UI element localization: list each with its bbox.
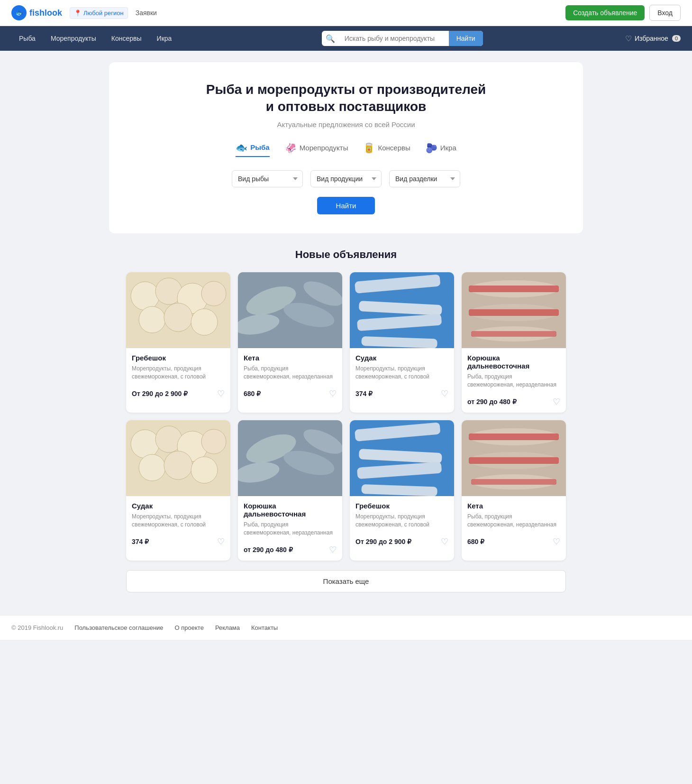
region-button[interactable]: 📍 Любой регион xyxy=(70,7,128,19)
show-more-button[interactable]: Показать еще xyxy=(126,570,566,592)
card-body: Кета Рыба, продукция свежемороженая, нер… xyxy=(462,496,566,553)
card-price: от 290 до 480 ₽ xyxy=(244,546,293,553)
listing-card[interactable]: Корюшка дальневосточная Рыба, продукция … xyxy=(462,272,566,413)
filter-fish-type[interactable]: Вид рыбы xyxy=(232,170,303,187)
footer-link-agreement[interactable]: Пользовательское соглашение xyxy=(74,624,163,631)
listing-card[interactable]: Судак Морепродукты, продукция свежеморож… xyxy=(126,420,230,561)
favorite-icon[interactable]: ♡ xyxy=(329,388,337,399)
footer-link-about[interactable]: О проекте xyxy=(175,624,204,631)
listing-card[interactable]: Гребешок Морепродукты, продукция свежемо… xyxy=(126,272,230,413)
hero-tab-caviar[interactable]: 🫐 Икра xyxy=(426,142,456,157)
card-title: Корюшка дальневосточная xyxy=(244,502,337,518)
svg-rect-49 xyxy=(471,479,556,485)
card-title: Корюшка дальневосточная xyxy=(467,354,560,370)
logo[interactable]: 🐟 fishlook xyxy=(11,5,62,20)
hero-title: Рыба и морепродукты от производителей и … xyxy=(137,81,555,116)
nav-requests[interactable]: Заявки xyxy=(136,9,157,17)
nav-item-canned[interactable]: Консервы xyxy=(104,28,149,49)
svg-point-6 xyxy=(164,303,192,332)
card-image xyxy=(462,272,566,348)
create-listing-button[interactable]: Создать объявление xyxy=(565,5,645,20)
card-description: Рыба, продукция свежемороженая, нераздел… xyxy=(467,513,560,530)
nav-item-fish[interactable]: Рыба xyxy=(11,28,43,49)
region-label: Любой регион xyxy=(83,9,124,17)
card-image xyxy=(126,272,230,348)
card-title: Кета xyxy=(467,502,560,510)
search-button[interactable]: Найти xyxy=(449,31,483,46)
listing-card[interactable]: Корюшка дальневосточная Рыба, продукция … xyxy=(238,420,342,561)
svg-rect-22 xyxy=(469,309,559,316)
hero-search-button[interactable]: Найти xyxy=(317,197,375,214)
card-price: 374 ₽ xyxy=(132,538,149,545)
favorite-icon[interactable]: ♡ xyxy=(441,536,448,547)
card-title: Кета xyxy=(244,354,337,362)
caviar-tab-label: Икра xyxy=(440,144,456,152)
location-icon: 📍 xyxy=(74,9,82,17)
listing-card[interactable]: Судак Морепродукты, продукция свежеморож… xyxy=(350,272,454,413)
favorites-count: 0 xyxy=(672,35,681,42)
card-footer: От 290 до 2 900 ₽ ♡ xyxy=(132,388,225,399)
filter-product-type[interactable]: Вид продукции xyxy=(310,170,382,187)
listings-title: Новые объявления xyxy=(126,249,566,261)
card-body: Кета Рыба, продукция свежемороженая, нер… xyxy=(238,348,342,405)
login-button[interactable]: Вход xyxy=(649,5,681,21)
card-image xyxy=(238,272,342,348)
card-footer: От 290 до 2 900 ₽ ♡ xyxy=(355,536,448,547)
favorite-icon[interactable]: ♡ xyxy=(553,536,560,547)
favorite-icon[interactable]: ♡ xyxy=(441,388,448,399)
nav-favorites[interactable]: ♡ Избранное 0 xyxy=(625,34,681,43)
svg-point-4 xyxy=(201,281,226,306)
favorite-icon[interactable]: ♡ xyxy=(553,397,560,407)
card-image xyxy=(126,420,230,496)
card-footer: 374 ₽ ♡ xyxy=(132,536,225,547)
fish-tab-icon: 🐟 xyxy=(236,142,247,153)
seafood-tab-icon: 🦑 xyxy=(285,142,297,154)
card-description: Морепродукты, продукция свежемороженая, … xyxy=(132,365,225,382)
card-footer: от 290 до 480 ₽ ♡ xyxy=(467,397,560,407)
card-description: Морепродукты, продукция свежемороженая, … xyxy=(355,365,448,382)
heart-icon: ♡ xyxy=(625,34,632,43)
search-icon: 🔍 xyxy=(322,34,339,43)
hero-filters: Вид рыбы Вид продукции Вид разделки xyxy=(137,170,555,187)
hero-tab-fish[interactable]: 🐟 Рыба xyxy=(236,142,269,157)
favorite-icon[interactable]: ♡ xyxy=(329,544,337,555)
listings-section: Новые объявления Гребешок Морепродукты, … xyxy=(118,249,574,561)
card-image xyxy=(238,420,342,496)
footer-link-ads[interactable]: Реклама xyxy=(215,624,240,631)
listing-card[interactable]: Гребешок Морепродукты, продукция свежемо… xyxy=(350,420,454,561)
seafood-tab-label: Морепродукты xyxy=(300,144,348,152)
favorite-icon[interactable]: ♡ xyxy=(217,536,225,547)
card-footer: 680 ₽ ♡ xyxy=(244,388,337,399)
footer-link-contacts[interactable]: Контакты xyxy=(251,624,278,631)
nav-item-seafood[interactable]: Морепродукты xyxy=(43,28,104,49)
listing-card[interactable]: Кета Рыба, продукция свежемороженая, нер… xyxy=(238,272,342,413)
favorite-icon[interactable]: ♡ xyxy=(217,388,225,399)
favorites-label: Избранное xyxy=(635,35,668,42)
filter-cut-type[interactable]: Вид разделки xyxy=(389,170,460,187)
svg-point-31 xyxy=(164,451,192,480)
card-body: Гребешок Морепродукты, продукция свежемо… xyxy=(126,348,230,405)
card-body: Корюшка дальневосточная Рыба, продукция … xyxy=(238,496,342,561)
footer: © 2019 Fishlook.ru Пользовательское согл… xyxy=(0,615,692,640)
svg-rect-45 xyxy=(469,434,559,440)
card-price: от 290 до 480 ₽ xyxy=(467,398,517,406)
listings-grid: Гребешок Морепродукты, продукция свежемо… xyxy=(126,272,566,561)
hero-tab-seafood[interactable]: 🦑 Морепродукты xyxy=(285,142,348,157)
canned-tab-icon: 🥫 xyxy=(363,142,375,154)
svg-point-5 xyxy=(139,306,165,333)
card-price: От 290 до 2 900 ₽ xyxy=(355,538,411,545)
search-input[interactable] xyxy=(339,31,449,46)
listing-card[interactable]: Кета Рыба, продукция свежемороженая, нер… xyxy=(462,420,566,561)
hero-tab-canned[interactable]: 🥫 Консервы xyxy=(363,142,410,157)
nav-item-caviar[interactable]: Икра xyxy=(149,28,180,49)
logo-icon: 🐟 xyxy=(11,5,27,20)
card-footer: 374 ₽ ♡ xyxy=(355,388,448,399)
card-image xyxy=(350,272,454,348)
svg-point-32 xyxy=(191,457,218,483)
footer-copyright: © 2019 Fishlook.ru xyxy=(11,624,63,631)
svg-point-26 xyxy=(131,430,159,458)
nav-bar: Рыба Морепродукты Консервы Икра 🔍 Найти … xyxy=(0,26,692,51)
card-image xyxy=(350,420,454,496)
card-description: Морепродукты, продукция свежемороженая, … xyxy=(355,513,448,530)
card-title: Гребешок xyxy=(355,502,448,510)
